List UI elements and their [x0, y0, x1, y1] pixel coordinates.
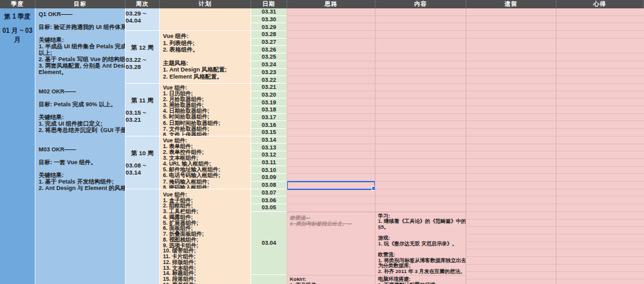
column-goals: 目标 Q1 OKR—— 目标: 验证并跑通我的 UI 组件体系。 关键结果: 1…	[35, 0, 126, 284]
column-header-ideas[interactable]: 思路	[287, 0, 375, 8]
week-cell-11[interactable]: 第 11 周 03.15 ~ 03.21	[126, 84, 159, 137]
column-plan: 计划 Vue 组件: 1. 列表组件; 2. 表格组件。 主题风格: 1. An…	[160, 0, 251, 284]
date-cell[interactable]: 03.31	[251, 8, 287, 16]
column-content: 内容 学习: 1. 继续看《工具论》的《范畴篇》中的 §5。 游戏: 1. 玩《…	[375, 0, 466, 284]
date-cell[interactable]: 03.23	[251, 69, 287, 77]
spreadsheet: 季度 第 1 季度 01 月 ~ 03 月 目标 Q1 OKR—— 目标: 验证…	[0, 0, 644, 284]
content-body[interactable]: 学习: 1. 继续看《工具论》的《范畴篇》中的 §5。 游戏: 1. 玩《塞尔达…	[375, 8, 466, 284]
plan-body: Vue 组件: 1. 列表组件; 2. 表格组件。 主题风格: 1. Ant D…	[160, 8, 251, 284]
date-cell[interactable]: 03.17	[251, 114, 287, 122]
column-pending: 遗留	[466, 0, 556, 284]
ideas-bottom-text: Kokiri: 1. 产品组件;	[287, 276, 375, 284]
date-cell[interactable]: 03.13	[251, 144, 287, 151]
date-cell[interactable]: 03.07	[251, 189, 287, 197]
dates-body: 03.3103.3003.2903.2803.2703.2603.2503.24…	[251, 8, 287, 284]
goals-text: Q1 OKR—— 目标: 验证并跑通我的 UI 组件体系。 关键结果: 1. 半…	[35, 8, 125, 194]
date-cell[interactable]: 03.19	[251, 99, 287, 106]
week-cell-12[interactable]: 第 12 周 03.22 ~ 03.28	[126, 31, 159, 84]
content-day-text: 学习: 1. 继续看《工具论》的《范畴篇》中的 §5。 游戏: 1. 玩《塞尔达…	[375, 213, 466, 275]
date-cell[interactable]: 03.06	[251, 196, 287, 204]
column-header-weeks[interactable]: 周次	[126, 0, 160, 8]
content-day-cell[interactable]: 学习: 1. 继续看《工具论》的《范畴篇》中的 §5。 游戏: 1. 玩《塞尔达…	[375, 212, 466, 275]
date-cell[interactable]: 03.14	[251, 137, 287, 144]
date-cell[interactable]: 03.20	[251, 91, 287, 99]
plan-cell-week12[interactable]: Vue 组件: 1. 列表组件; 2. 表格组件。 主题风格: 1. Ant D…	[160, 31, 251, 84]
date-cell[interactable]: 03.16	[251, 121, 287, 129]
week-cell-0329[interactable]: 03.29 ~ 04.04	[126, 8, 159, 31]
date-cell[interactable]: 03.27	[251, 39, 287, 46]
column-header-quarter[interactable]: 季度	[0, 0, 35, 8]
date-cell[interactable]: 03.29	[251, 23, 287, 31]
date-cell[interactable]: 03.08	[251, 182, 287, 189]
week-range: 03.15 ~ 03.21	[126, 109, 159, 123]
plan-cell-week10[interactable]: Vue 组件: 1. 表单组件; 2. 表单控件组件; 3. 文本框组件; 4.…	[160, 137, 251, 189]
date-cell[interactable]: 03.30	[251, 16, 287, 24]
plan-cell-week9[interactable]: Vue 组件: 1. 盒子组件; 2. 组框组件; 3. 工具栏组件; 4. 揭…	[160, 189, 251, 284]
selected-cell[interactable]	[287, 181, 375, 190]
date-cell[interactable]: 03.24	[251, 61, 287, 69]
ideas-body[interactable]: 欧雷流← 1. 类别与标签独立出去。← Kokiri: 1. 产品组件;	[287, 8, 375, 284]
date-cell-big[interactable]: 03.04	[251, 212, 287, 275]
ideas-bottom-cell[interactable]: Kokiri: 1. 产品组件;	[287, 275, 375, 284]
column-header-plan[interactable]: 计划	[160, 0, 251, 8]
date-cell[interactable]: 03.26	[251, 46, 287, 53]
column-dates: 日期 03.3103.3003.2903.2803.2703.2603.2503…	[251, 0, 287, 284]
date-cell[interactable]: 03.25	[251, 53, 287, 61]
plan-cell-empty[interactable]	[160, 8, 251, 31]
date-cell[interactable]: 03.15	[251, 129, 287, 137]
column-quarter: 季度 第 1 季度 01 月 ~ 03 月	[0, 0, 35, 284]
date-cell[interactable]: 03.12	[251, 151, 287, 159]
week-label: 第 11 周	[131, 97, 153, 105]
week-cell-10[interactable]: 第 10 周 03.08 ~ 03.14	[126, 137, 159, 189]
pending-body[interactable]	[466, 8, 556, 284]
date-cell[interactable]: 03.09	[251, 174, 287, 182]
week-range: 03.29 ~ 04.04	[126, 10, 159, 24]
column-header-dates[interactable]: 日期	[251, 0, 287, 8]
ideas-struck-text: 欧雷流← 1. 类别与标签独立出去。←	[287, 213, 375, 229]
date-cell-clipped[interactable]	[251, 275, 287, 284]
weeks-body: 03.29 ~ 04.04 第 12 周 03.22 ~ 03.28 第 11 …	[126, 8, 160, 284]
column-header-pending[interactable]: 遗留	[466, 0, 556, 8]
column-header-insights[interactable]: 心得	[556, 0, 644, 8]
column-weeks: 周次 03.29 ~ 04.04 第 12 周 03.22 ~ 03.28 第 …	[126, 0, 160, 284]
date-cell[interactable]: 03.11	[251, 159, 287, 167]
date-cell[interactable]: 03.21	[251, 84, 287, 91]
insights-body[interactable]	[556, 8, 644, 284]
column-header-goals[interactable]: 目标	[35, 0, 126, 8]
week-label: 第 10 周	[131, 149, 154, 158]
date-cell[interactable]: 03.28	[251, 31, 287, 39]
ideas-day-cell[interactable]: 欧雷流← 1. 类别与标签独立出去。←	[287, 212, 375, 275]
week-label: 第 12 周	[131, 44, 154, 52]
date-cell[interactable]: 03.22	[251, 76, 287, 84]
column-header-content[interactable]: 内容	[375, 0, 466, 8]
content-bottom-cell[interactable]: 电脑环境搭建: 1. 不要用默认配置的环境;	[375, 275, 466, 284]
column-ideas: 思路 欧雷流← 1. 类别与标签独立出去。← Kokiri: 1. 产品组件;	[287, 0, 375, 284]
goals-cell[interactable]: Q1 OKR—— 目标: 验证并跑通我的 UI 组件体系。 关键结果: 1. 半…	[35, 8, 126, 284]
week-range: 03.22 ~ 03.28	[126, 56, 159, 70]
column-insights: 心得	[556, 0, 644, 284]
date-cell[interactable]: 03.05	[251, 204, 287, 212]
date-cell[interactable]: 03.10	[251, 166, 287, 174]
week-range: 03.08 ~ 03.14	[126, 162, 159, 176]
content-bottom-text: 电脑环境搭建: 1. 不要用默认配置的环境;	[375, 276, 466, 284]
quarter-cell[interactable]: 第 1 季度 01 月 ~ 03 月	[0, 8, 35, 284]
plan-cell-week11[interactable]: Vue 组件: 1. 日历组件; 2. 月拾取器组件; 3. 周拾取器组件; 4…	[160, 84, 251, 137]
quarter-range: 01 月 ~ 03 月	[0, 26, 35, 44]
quarter-title: 第 1 季度	[0, 12, 35, 21]
date-cell[interactable]: 03.18	[251, 106, 287, 114]
